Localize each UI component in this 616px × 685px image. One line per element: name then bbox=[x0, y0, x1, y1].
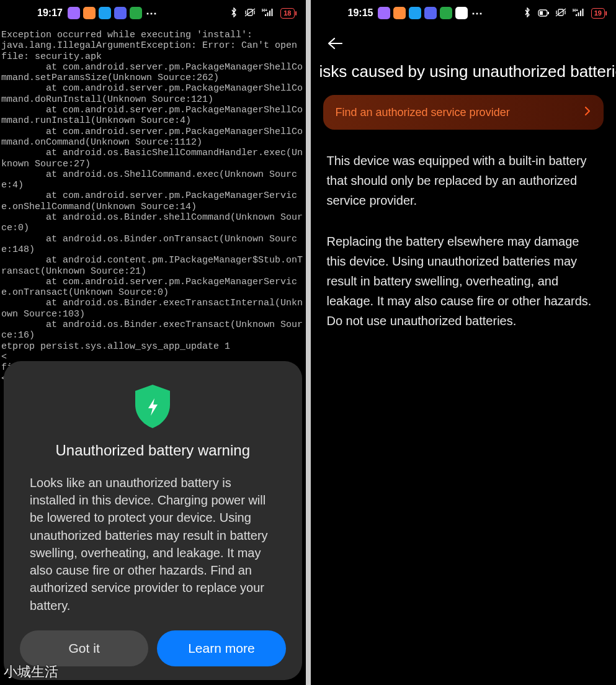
svg-text:H+: H+ bbox=[262, 8, 267, 12]
warning-dialog: Unauthorized battery warning Looks like … bbox=[4, 361, 302, 680]
terminal-output: Exception occurred while executing 'inst… bbox=[0, 30, 306, 384]
svg-rect-9 bbox=[540, 11, 543, 15]
svg-text:H+: H+ bbox=[573, 8, 578, 12]
bluetooth-icon bbox=[523, 7, 532, 19]
page-title: isks caused by using unauthorized batter… bbox=[311, 58, 617, 95]
status-bar: 19:17 ⋯ H+ 18 bbox=[0, 0, 306, 26]
status-time: 19:17 bbox=[37, 7, 63, 19]
learn-more-button[interactable]: Learn more bbox=[157, 630, 285, 666]
find-service-provider-button[interactable]: Find an authorized service provider bbox=[323, 95, 604, 130]
phone-screenshot-right: 19:15 ⋯ H+ 19 isks caused by using unaut… bbox=[308, 0, 617, 685]
vibrate-icon bbox=[244, 8, 256, 19]
svg-rect-4 bbox=[267, 12, 269, 16]
info-paragraph-2: Replacing the battery elsewhere may dama… bbox=[311, 231, 617, 331]
status-app-icon bbox=[378, 7, 390, 19]
got-it-button[interactable]: Got it bbox=[20, 630, 148, 666]
status-app-icon bbox=[409, 7, 421, 19]
svg-rect-15 bbox=[580, 11, 581, 16]
cta-label: Find an authorized service provider bbox=[336, 106, 510, 119]
shield-icon bbox=[16, 383, 290, 429]
dialog-title: Unauthorized battery warning bbox=[16, 442, 290, 459]
battery-indicator: 19 bbox=[591, 8, 605, 19]
svg-rect-6 bbox=[272, 9, 273, 16]
dialog-actions: Got it Learn more bbox=[16, 630, 290, 666]
status-app-icon bbox=[114, 7, 127, 19]
status-right-icons: H+ 19 bbox=[523, 7, 605, 19]
status-app-icons bbox=[378, 7, 468, 19]
signal-icon: H+ bbox=[262, 8, 274, 19]
status-more-icon: ⋯ bbox=[146, 6, 158, 20]
svg-line-11 bbox=[556, 9, 566, 16]
status-app-icons bbox=[68, 7, 142, 19]
status-app-icon bbox=[83, 7, 96, 19]
status-right-icons: H+ 18 bbox=[230, 7, 294, 19]
signal-icon: H+ bbox=[573, 8, 585, 19]
status-bar: 19:15 ⋯ H+ 19 bbox=[311, 0, 617, 26]
svg-rect-16 bbox=[582, 9, 583, 16]
svg-rect-8 bbox=[548, 12, 549, 14]
bluetooth-icon bbox=[230, 7, 238, 19]
status-app-icon bbox=[440, 7, 452, 19]
vibrate-icon bbox=[555, 8, 566, 19]
svg-rect-14 bbox=[578, 12, 579, 16]
status-app-icon bbox=[455, 7, 468, 19]
svg-rect-5 bbox=[269, 11, 270, 16]
status-app-icon bbox=[393, 7, 406, 19]
svg-rect-3 bbox=[265, 14, 266, 16]
phone-screenshot-left: 19:17 ⋯ H+ 18 Exception occurred while e… bbox=[0, 0, 308, 685]
chevron-right-icon bbox=[584, 106, 591, 119]
back-button[interactable] bbox=[327, 41, 343, 51]
status-app-icon bbox=[424, 7, 437, 19]
status-app-icon bbox=[68, 7, 80, 19]
watermark-text: 小城生活 bbox=[4, 663, 58, 681]
dialog-body: Looks like an unauthorized battery is in… bbox=[16, 474, 290, 614]
status-more-icon: ⋯ bbox=[471, 6, 483, 20]
status-app-icon bbox=[99, 7, 111, 19]
battery-indicator: 18 bbox=[280, 8, 294, 19]
svg-line-1 bbox=[245, 9, 255, 16]
svg-rect-13 bbox=[576, 14, 577, 16]
status-time: 19:15 bbox=[348, 7, 373, 19]
status-app-icon bbox=[130, 7, 142, 19]
info-paragraph-1: This device was equipped with a built-in… bbox=[311, 151, 617, 210]
battery-saver-icon bbox=[538, 8, 549, 19]
